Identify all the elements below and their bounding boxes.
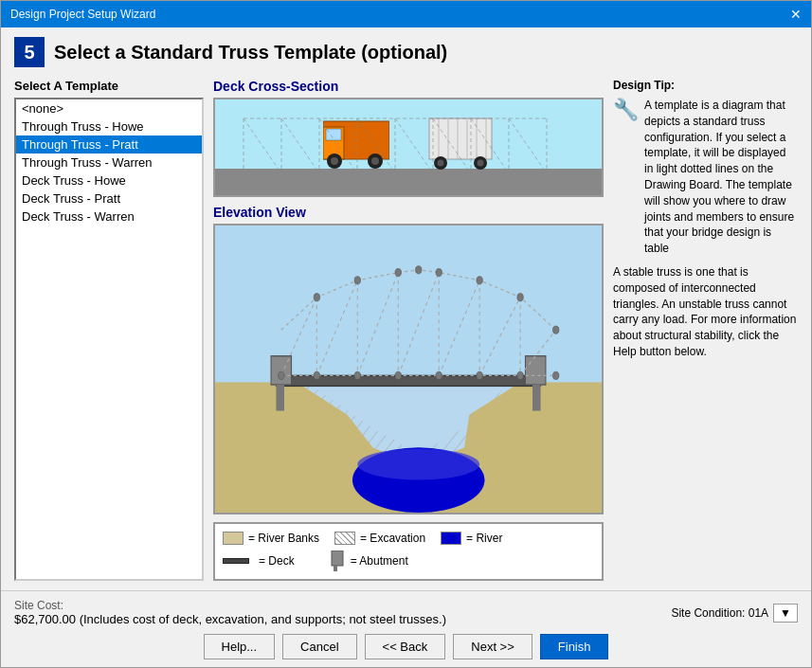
legend-row-1: = River Banks = Excavation = River [223,532,594,545]
svg-point-75 [477,371,482,379]
legend-area: = River Banks = Excavation = River [213,522,604,581]
back-button[interactable]: << Back [365,634,446,659]
design-tip-title: Design Tip: [613,79,798,92]
list-item-through-warren[interactable]: Through Truss - Warren [16,153,202,172]
legend-river: = River [441,532,502,545]
svg-point-71 [314,371,319,379]
svg-point-66 [416,266,422,274]
list-item-none[interactable]: <none> [16,99,202,117]
svg-line-29 [244,118,281,173]
site-cost-row: Site Cost: $62,700.00 (Includes cost of … [14,599,798,626]
site-cost-value: $62,700.00 (Includes cost of deck, excav… [14,612,446,626]
deck-label: = Deck [259,554,295,568]
legend-row-2: = Deck = Abutment [223,551,594,571]
svg-point-70 [552,326,558,334]
excavation-label: = Excavation [360,532,425,545]
svg-point-69 [517,294,523,301]
cross-section-section: Deck Cross-Section [213,79,604,197]
svg-point-76 [517,371,523,379]
svg-point-15 [438,160,444,167]
legend-abutment: = Abutment [329,551,408,571]
svg-rect-46 [276,385,284,411]
truck-1-svg [323,114,389,171]
title-bar: Design Project Setup Wizard ✕ [1,1,811,27]
svg-point-6 [371,157,379,165]
svg-rect-78 [332,551,343,566]
list-item-deck-pratt[interactable]: Deck Truss - Pratt [16,190,202,208]
svg-point-65 [395,268,401,276]
buttons-row: Help... Cancel << Back Next >> Finish [14,634,798,659]
site-cost-left: Site Cost: $62,700.00 (Includes cost of … [14,599,446,626]
elevation-view [213,224,604,515]
banks-label: = River Banks [248,532,319,545]
svg-point-73 [395,371,401,379]
site-condition-label: Site Condition: 01A [671,606,768,620]
excavation-swatch [334,532,355,545]
cancel-button[interactable]: Cancel [282,634,356,659]
list-item-deck-warren[interactable]: Deck Truss - Warren [16,208,202,226]
cross-section-title: Deck Cross-Section [213,79,604,94]
river-label: = River [466,532,502,545]
cross-section-view [213,98,604,197]
svg-point-77 [552,371,558,379]
deck-swatch [223,558,249,564]
main-area: Select A Template <none> Through Truss -… [14,79,798,581]
svg-point-40 [357,449,479,480]
template-panel-title: Select A Template [14,79,204,93]
truck-2 [427,114,494,171]
design-tip-text-1: A template is a diagram that depicts a s… [644,98,798,257]
svg-point-74 [436,371,442,379]
step-header: 5 Select a Standard Truss Template (opti… [14,37,798,67]
svg-point-67 [436,268,442,276]
window-title: Design Project Setup Wizard [10,8,155,21]
design-tip-text-2: A stable truss is one that is composed o… [613,264,798,360]
svg-point-62 [279,371,284,379]
close-button[interactable]: ✕ [790,7,802,22]
list-item-through-howe[interactable]: Through Truss - Howe [16,117,202,135]
elevation-svg [215,226,602,513]
step-number: 5 [14,37,45,67]
next-button[interactable]: Next >> [453,634,532,659]
trucks [323,114,494,171]
list-item-through-pratt[interactable]: Through Truss - Pratt [16,135,202,153]
svg-rect-2 [326,129,341,140]
site-cost-label: Site Cost: [14,599,446,612]
main-window: Design Project Setup Wizard ✕ 5 Select a… [0,0,812,668]
abutment-label: = Abutment [351,554,408,568]
abutment-swatch [329,551,346,571]
right-panel: Design Tip: 🔧 A template is a diagram th… [613,79,798,581]
svg-point-64 [354,277,360,284]
road-surface [215,169,602,195]
design-tip-icon: 🔧 [613,98,639,122]
svg-line-30 [281,118,319,173]
svg-line-36 [509,118,547,173]
list-item-deck-howe[interactable]: Deck Truss - Howe [16,172,202,190]
legend-banks: = River Banks [223,532,319,545]
elevation-section: Elevation View [213,205,604,515]
site-condition: Site Condition: 01A ▼ [671,604,798,623]
svg-rect-47 [532,385,541,411]
truck-1 [323,114,389,171]
template-list: <none> Through Truss - Howe Through Trus… [14,98,204,581]
left-panel: Select A Template <none> Through Truss -… [14,79,204,581]
truck-2-svg [427,114,494,171]
svg-point-63 [314,294,319,301]
svg-point-4 [331,157,338,165]
help-button[interactable]: Help... [204,634,276,659]
bottom-bar: Site Cost: $62,700.00 (Includes cost of … [1,590,811,667]
finish-button[interactable]: Finish [540,634,609,659]
site-condition-dropdown[interactable]: ▼ [773,604,798,623]
center-panel: Deck Cross-Section [213,79,604,581]
svg-point-72 [354,371,360,379]
banks-swatch [223,532,244,545]
svg-point-17 [478,160,484,167]
river-swatch [441,532,461,545]
step-title: Select a Standard Truss Template (option… [54,42,447,63]
content-area: 5 Select a Standard Truss Template (opti… [1,27,811,590]
svg-rect-45 [525,356,545,385]
elevation-title: Elevation View [213,205,604,220]
legend-excavation: = Excavation [334,532,425,545]
legend-deck: = Deck [223,554,295,568]
design-tip-content: 🔧 A template is a diagram that depicts a… [613,98,798,257]
svg-rect-79 [334,566,337,571]
